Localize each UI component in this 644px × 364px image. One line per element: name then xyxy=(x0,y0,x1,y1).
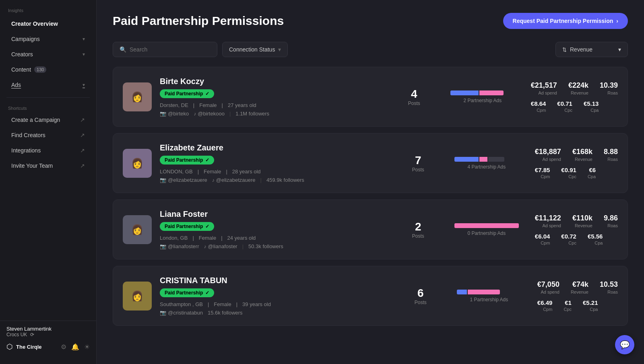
creator-name: Liana Foster xyxy=(160,210,390,219)
sidebar-item-find-creators[interactable]: Find Creators ↗ xyxy=(3,128,93,142)
chat-button[interactable]: 💬 xyxy=(615,335,634,354)
cpa-label: Cpa xyxy=(588,174,596,179)
creator-name: Elizabete Zauere xyxy=(160,143,390,152)
sort-dropdown[interactable]: ⇅ Revenue ▾ xyxy=(555,42,628,57)
cpa-value: €5.56 xyxy=(588,233,603,240)
ad-spend-value: €11,122 xyxy=(535,214,561,222)
partnership-ads: 1 Partnership Ads xyxy=(453,290,525,302)
roas-value: 9.86 xyxy=(604,214,618,222)
cpc-label: Cpc xyxy=(568,241,576,245)
sort-chevron-icon: ▾ xyxy=(618,46,621,53)
user-name: Steven Lammertink xyxy=(6,326,52,332)
creator-meta: London, GB | Female | 24 years old xyxy=(160,235,390,241)
ad-spend-label: Ad spend xyxy=(542,223,561,228)
create-campaign-arrow-icon: ↗ xyxy=(80,117,85,123)
sidebar-logo: ⬡ The Cirqle xyxy=(6,342,42,351)
roas-label: Roas xyxy=(607,157,618,162)
ads-bar-pink xyxy=(468,290,500,294)
sidebar-user: Steven Lammertink Crocs UK ⟳ xyxy=(6,326,90,337)
cpc-label: Cpc xyxy=(564,108,572,113)
metric-cpc: €1 Cpc xyxy=(564,299,572,312)
chat-icon: 💬 xyxy=(620,340,630,350)
ads-count-label: 2 Partnership Ads xyxy=(463,98,502,103)
sun-icon[interactable]: ☀ xyxy=(84,343,90,351)
partnership-ads: 0 Partnership Ads xyxy=(450,223,523,236)
posts-count: 7 xyxy=(415,154,421,167)
request-btn-label: Request Paid Partnership Permission xyxy=(513,18,613,24)
creator-meta: LONDON, GB | Female | 28 years old xyxy=(160,169,390,175)
posts-label: Posts xyxy=(412,167,424,173)
sort-label: Revenue xyxy=(570,46,592,53)
location: LONDON, GB xyxy=(160,169,193,175)
creator-avatar: 👩 xyxy=(123,149,152,178)
request-permission-button[interactable]: Request Paid Partnership Permission › xyxy=(503,13,628,29)
creators-chevron-icon: ▾ xyxy=(83,51,85,57)
social-instagram: 📷 @cristinatabun xyxy=(160,310,203,316)
ads-bar-blue xyxy=(454,157,479,162)
social-tiktok: ♪ @birtekooo xyxy=(194,111,225,117)
cpc-value: €0.72 xyxy=(561,233,576,240)
avatar-placeholder: 👩 xyxy=(123,215,152,244)
metric-cpc: €0.72 Cpc xyxy=(561,233,576,245)
creator-posts-stats: 7 Posts xyxy=(406,154,430,173)
creator-socials: 📷 @cristinatabun 15.6k followers xyxy=(160,310,392,316)
search-box[interactable]: 🔍 xyxy=(113,42,217,57)
roas-value: 10.39 xyxy=(600,81,618,90)
creator-metrics: €11,122 Ad spend €110k Revenue 9.86 Roas xyxy=(535,214,618,245)
sidebar-item-content[interactable]: Content 130 xyxy=(3,62,93,77)
metric-cpa: €6 Cpa xyxy=(588,167,596,179)
sidebar-item-invite-team[interactable]: Invite Your Team ↗ xyxy=(3,158,93,173)
cpa-value: €5.21 xyxy=(583,299,598,306)
revenue-label: Revenue xyxy=(571,290,588,294)
partnership-ads: 2 Partnership Ads xyxy=(446,90,519,103)
badge-label: Paid Partnership xyxy=(165,157,203,163)
creator-info: Liana Foster Paid Partnership ✓ London, … xyxy=(160,210,390,249)
metric-roas: 9.86 Roas xyxy=(604,214,618,228)
creator-socials: 📷 @birteko ♪ @birtekooo | 1.1M followers xyxy=(160,111,386,117)
creator-avatar: 👩 xyxy=(123,282,152,311)
search-icon: 🔍 xyxy=(120,46,126,53)
creator-name: Birte Koczy xyxy=(160,77,386,86)
content-badge: 130 xyxy=(34,66,46,73)
creator-metrics: €21,517 Ad spend €224k Revenue 10.39 Roa… xyxy=(531,81,618,113)
sidebar-item-integrations[interactable]: Integrations ↗ xyxy=(3,143,93,158)
instagram-icon: 📷 xyxy=(160,310,166,316)
age: 39 years old xyxy=(242,301,271,307)
badge-label: Paid Partnership xyxy=(165,224,203,229)
logo-icon: ⬡ xyxy=(6,342,13,351)
followers-count: 1.1M followers xyxy=(235,111,269,117)
sidebar: Insights Creator Overview Campaigns ▾ Cr… xyxy=(0,0,97,364)
creator-card: 👩 Elizabete Zauere Paid Partnership ✓ LO… xyxy=(113,133,628,193)
creator-posts-stats: 4 Posts xyxy=(402,88,426,106)
check-icon: ✓ xyxy=(205,224,209,229)
settings-icon[interactable]: ⚙ xyxy=(61,343,66,351)
posts-count: 2 xyxy=(415,220,421,233)
sidebar-item-campaigns[interactable]: Campaigns ▾ xyxy=(3,32,93,46)
page-header: Paid Partnership Permissions Request Pai… xyxy=(113,13,628,29)
sidebar-item-creator-overview[interactable]: Creator Overview xyxy=(3,16,93,31)
sidebar-item-creators[interactable]: Creators ▾ xyxy=(3,47,93,62)
search-input[interactable] xyxy=(130,46,211,53)
bell-icon[interactable]: 🔔 xyxy=(71,343,79,351)
ads-chevron-icon: ▾ xyxy=(83,82,85,88)
sidebar-item-create-campaign[interactable]: Create a Campaign ↗ xyxy=(3,113,93,127)
posts-label: Posts xyxy=(412,233,424,239)
user-org: Crocs UK ⟳ xyxy=(6,332,52,337)
cpc-value: €0.71 xyxy=(557,100,572,107)
creator-metrics: €7,050 Ad spend €74k Revenue 10.53 Roas xyxy=(537,280,618,312)
gender: Female xyxy=(199,235,216,241)
creator-posts-stats: 2 Posts xyxy=(406,220,430,239)
posts-count: 4 xyxy=(411,88,417,101)
refresh-icon[interactable]: ⟳ xyxy=(30,332,34,337)
connection-status-dropdown[interactable]: Connection Status ▾ xyxy=(222,42,288,57)
connection-status-chevron-icon: ▾ xyxy=(278,46,281,53)
cpa-value: €5.13 xyxy=(584,100,599,107)
cpc-label: Cpc xyxy=(564,307,572,312)
revenue-value: €110k xyxy=(572,214,592,222)
sidebar-item-ads[interactable]: Ads ▾ xyxy=(3,78,93,92)
creator-info: CRISTINA TABUN Paid Partnership ✓ Southa… xyxy=(160,276,392,316)
age: 27 years old xyxy=(228,102,256,108)
creator-posts-stats: 6 Posts xyxy=(409,287,433,305)
badge-label: Paid Partnership xyxy=(165,290,203,296)
sidebar-divider-1 xyxy=(6,97,90,98)
